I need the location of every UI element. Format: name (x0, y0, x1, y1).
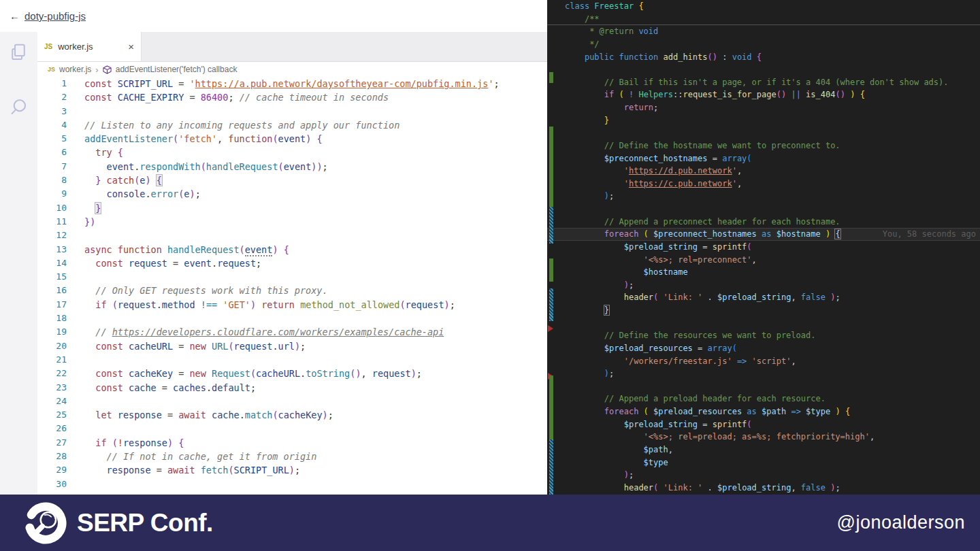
code-token (565, 179, 624, 188)
code-line-text: const SCRIPT_URL = 'https://a.pub.networ… (76, 77, 500, 90)
code-line: 20 const cacheURL = new URL(request.url)… (37, 339, 547, 353)
line-number: 27 (37, 436, 76, 450)
code-line: $preconnect_hostnames = array( (547, 152, 980, 165)
right-code-editor[interactable]: class Freestar { /** * @return void */ p… (547, 0, 980, 495)
code-token (112, 147, 118, 158)
code-token: { (860, 90, 865, 99)
code-line-text (76, 422, 84, 435)
code-token: cache (129, 382, 157, 393)
code-line: 23 const cache = caches.default; (37, 381, 547, 395)
code-token: '<%s>; rel=preconnect' (644, 255, 752, 265)
code-token: catch (107, 175, 135, 186)
line-number: 1 (37, 77, 76, 90)
code-token: ; (835, 293, 840, 302)
code-line-text: if (!response) { (76, 436, 184, 450)
code-token: return (261, 299, 295, 310)
code-token: $preload_resources (653, 407, 742, 416)
code-token: // Listen to any incoming requests and a… (84, 120, 399, 131)
code-token (565, 166, 624, 176)
code-token (565, 267, 644, 277)
code-token: { (118, 147, 123, 158)
code-line-text (76, 105, 84, 118)
code-line (547, 317, 980, 330)
code-token (565, 394, 604, 403)
breadcrumb-file[interactable]: worker.js (59, 65, 91, 74)
code-token (565, 116, 604, 125)
tab-close-icon[interactable]: × (128, 41, 134, 52)
code-line-text: const request = event.request; (76, 256, 261, 270)
code-line (547, 203, 980, 216)
code-token: !== (201, 299, 217, 310)
code-token: console (107, 188, 146, 199)
code-token: = (173, 258, 184, 269)
line-number: 19 (37, 325, 76, 339)
code-token: cache (212, 410, 240, 420)
git-diff-gutter (547, 0, 557, 495)
code-token: ( (747, 242, 751, 252)
code-token: foreach (604, 407, 639, 416)
code-token: ( (112, 299, 118, 310)
code-line: } (547, 304, 980, 317)
code-token: = (178, 78, 189, 89)
code-token (84, 437, 95, 448)
code-token: ( (173, 133, 178, 144)
code-token: /** (585, 14, 600, 24)
code-token: caches (173, 382, 206, 393)
code-line: 3 (37, 105, 547, 118)
code-token: ; (494, 78, 500, 89)
code-token (565, 103, 624, 112)
code-line-text: event.respondWith(handleRequest(event)); (76, 160, 328, 173)
code-line-text (76, 229, 84, 242)
code-token: // Append a preconnect header for each h… (604, 217, 840, 227)
line-number: 4 (37, 118, 76, 132)
tab-worker-js[interactable]: JS worker.js × (37, 32, 142, 61)
activity-sidebar (0, 32, 38, 495)
code-line: $path, (547, 444, 980, 456)
code-token: URL (212, 341, 228, 352)
code-token (565, 470, 624, 480)
code-line-text: const CACHE_EXPIRY = 86400; // cache tim… (76, 90, 389, 104)
line-number: 6 (37, 146, 76, 159)
code-token (565, 344, 604, 353)
code-line: // Bail if this isn't a page, or if it's… (547, 76, 980, 89)
code-token: https://d.pub.network (629, 166, 732, 176)
code-token: . (702, 293, 717, 302)
copy-icon[interactable] (8, 42, 29, 63)
code-line: 5addEventListener('fetch', function(even… (37, 132, 547, 146)
code-token (565, 191, 604, 201)
code-token: https://developers.cloudflare.com/worker… (112, 327, 444, 337)
code-token: ; (300, 341, 306, 352)
git-added-marker (549, 72, 553, 83)
code-token: ' (189, 78, 195, 89)
line-number: 25 (37, 408, 76, 422)
code-token (638, 229, 643, 239)
code-token: . (240, 410, 245, 420)
search-icon[interactable] (8, 97, 29, 117)
code-line: /** (547, 13, 980, 26)
breadcrumb[interactable]: JS worker.js › addEventListener('fetch')… (37, 62, 547, 77)
code-line: 29 response = await fetch(SCRIPT_URL); (37, 463, 547, 477)
code-token: $preload_string (624, 242, 698, 252)
code-token: // Define the resources we want to prelo… (604, 331, 816, 340)
code-token: ) (167, 437, 173, 448)
code-token (84, 175, 95, 186)
code-token: * @return (589, 27, 638, 36)
code-line: 16 // Only GET requests work with this p… (37, 284, 547, 297)
code-line: $preload_string = sprintf( (547, 418, 980, 431)
code-token: fetch (201, 465, 229, 475)
chevron-right-icon: › (95, 65, 98, 75)
code-line (547, 63, 980, 76)
line-number: 18 (37, 312, 76, 325)
breadcrumb-symbol[interactable]: addEventListener('fetch') callback (116, 65, 238, 74)
code-token: cacheURL (256, 368, 300, 379)
code-token: CACHE_EXPIRY (118, 92, 184, 103)
code-token: , (791, 293, 800, 302)
code-line: ); (547, 367, 980, 380)
line-number: 9 (37, 187, 76, 201)
left-code-editor[interactable]: 1const SCRIPT_URL = 'https://a.pub.netwo… (37, 77, 547, 495)
code-token (855, 90, 860, 99)
code-token: https://c.pub.network (629, 179, 732, 188)
code-token: ; (295, 465, 300, 475)
line-number: 21 (37, 353, 76, 367)
back-link[interactable]: ← doty-pubfig-js (10, 10, 86, 22)
